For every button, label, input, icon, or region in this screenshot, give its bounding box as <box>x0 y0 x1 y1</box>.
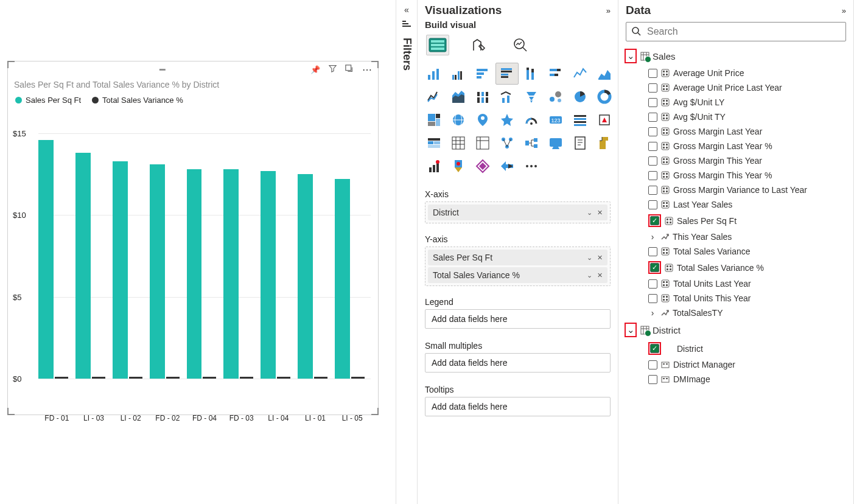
viz-type-5[interactable] <box>544 63 567 85</box>
viz-type-15[interactable] <box>593 86 616 108</box>
viz-type-27[interactable] <box>495 132 519 154</box>
viz-type-6[interactable] <box>569 63 592 85</box>
viz-type-10[interactable] <box>471 86 494 108</box>
viz-type-36[interactable] <box>520 155 543 177</box>
field-checkbox[interactable] <box>648 113 657 122</box>
analytics-tab[interactable] <box>509 35 532 55</box>
viz-type-17[interactable] <box>447 109 470 131</box>
viz-type-7[interactable] <box>593 63 616 85</box>
field-checkbox[interactable]: ✓ <box>650 344 659 353</box>
bar-secondary[interactable] <box>92 377 105 379</box>
field-checkbox[interactable] <box>648 69 657 78</box>
viz-type-3[interactable] <box>495 63 519 85</box>
viz-type-19[interactable] <box>495 109 519 131</box>
expand-filters-icon[interactable]: « <box>404 5 409 15</box>
field-row[interactable]: Total Units Last Year <box>621 276 851 291</box>
viz-type-0[interactable] <box>422 63 446 85</box>
collapse-data-icon[interactable]: » <box>842 6 846 15</box>
field-checkbox[interactable] <box>648 279 657 289</box>
bar-secondary[interactable] <box>240 377 253 379</box>
small-multiples-well[interactable]: Add data fields here <box>425 353 611 373</box>
viz-type-26[interactable] <box>471 132 494 154</box>
bar-primary[interactable] <box>38 140 54 379</box>
viz-type-28[interactable] <box>520 132 543 154</box>
collapse-viz-icon[interactable]: » <box>606 6 611 15</box>
viz-type-23[interactable] <box>593 109 616 131</box>
report-canvas[interactable]: ━ 📌 ⋯ Sales Per Sq Ft and Total Sales Va… <box>0 0 396 504</box>
viz-type-33[interactable] <box>447 155 470 177</box>
yaxis-well[interactable]: Sales Per Sq Ft ⌄✕ Total Sales Variance … <box>425 247 611 286</box>
field-row[interactable]: DMImage <box>621 372 851 387</box>
field-checkbox[interactable] <box>648 83 657 93</box>
bar-secondary[interactable] <box>314 377 327 379</box>
format-visual-tab[interactable] <box>467 35 491 55</box>
field-row[interactable]: Gross Margin This Year % <box>621 168 851 183</box>
bar-primary[interactable] <box>335 179 350 379</box>
viz-type-20[interactable] <box>520 109 543 131</box>
viz-type-34[interactable] <box>471 155 494 177</box>
viz-type-21[interactable]: 123 <box>544 109 567 131</box>
xaxis-well[interactable]: District ⌄✕ <box>425 201 611 223</box>
search-input[interactable] <box>646 26 841 38</box>
viz-type-4[interactable] <box>520 63 543 85</box>
field-row[interactable]: Gross Margin This Year <box>621 153 851 168</box>
field-row[interactable]: District Manager <box>621 357 851 372</box>
field-row[interactable]: Gross Margin Last Year % <box>621 139 851 153</box>
field-checkbox[interactable] <box>648 142 657 151</box>
viz-type-24[interactable] <box>422 132 446 154</box>
filter-icon[interactable] <box>329 65 337 74</box>
field-row[interactable]: ›This Year Sales <box>621 229 851 244</box>
field-checkbox[interactable] <box>648 247 657 256</box>
chart-visual-tile[interactable]: ━ 📌 ⋯ Sales Per Sq Ft and Total Sales Va… <box>7 61 379 415</box>
bar-primary[interactable] <box>113 161 128 379</box>
build-visual-tab[interactable] <box>426 35 449 55</box>
bar-primary[interactable] <box>298 174 313 379</box>
field-row[interactable]: ✓Sales Per Sq Ft <box>621 212 851 229</box>
table-sales[interactable]: ⌄Sales <box>621 46 851 66</box>
field-chip-total-sales-variance-pct[interactable]: Total Sales Variance % ⌄✕ <box>428 267 607 283</box>
chevron-down-icon[interactable]: ⌄ <box>587 271 592 279</box>
field-row[interactable]: Average Unit Price <box>621 66 851 80</box>
viz-type-32[interactable] <box>422 155 446 177</box>
viz-type-35[interactable] <box>495 155 519 177</box>
field-row[interactable]: ✓District <box>621 340 851 357</box>
viz-type-14[interactable] <box>569 86 592 108</box>
field-row[interactable]: Average Unit Price Last Year <box>621 80 851 95</box>
viz-type-9[interactable] <box>447 86 470 108</box>
filters-collapsed-rail[interactable]: « Filters <box>396 0 418 504</box>
field-chip-sales-per-sqft[interactable]: Sales Per Sq Ft ⌄✕ <box>428 250 607 265</box>
field-checkbox[interactable] <box>648 156 657 166</box>
field-row[interactable]: Total Units This Year <box>621 291 851 306</box>
viz-type-12[interactable] <box>520 86 543 108</box>
search-box[interactable] <box>626 22 846 41</box>
field-checkbox[interactable] <box>648 186 657 195</box>
bar-primary[interactable] <box>261 171 276 379</box>
drag-grip-icon[interactable]: ━ <box>159 64 164 75</box>
field-checkbox[interactable] <box>648 375 657 384</box>
viz-type-1[interactable] <box>447 63 470 85</box>
bar-secondary[interactable] <box>129 377 142 379</box>
remove-field-icon[interactable]: ✕ <box>597 254 603 262</box>
field-checkbox[interactable] <box>648 98 657 107</box>
table-district[interactable]: ⌄District <box>621 320 851 340</box>
bar-primary[interactable] <box>150 164 165 379</box>
field-checkbox[interactable] <box>648 360 657 369</box>
bar-secondary[interactable] <box>166 377 180 379</box>
bar-secondary[interactable] <box>351 377 365 379</box>
pin-icon[interactable]: 📌 <box>310 65 320 74</box>
field-checkbox[interactable] <box>648 171 657 180</box>
field-checkbox[interactable] <box>648 127 657 136</box>
viz-type-8[interactable] <box>422 86 446 108</box>
legend-well[interactable]: Add data fields here <box>425 309 611 329</box>
viz-type-2[interactable] <box>471 63 494 85</box>
viz-type-30[interactable] <box>569 132 592 154</box>
bar-primary[interactable] <box>75 153 91 379</box>
field-row[interactable]: Gross Margin Variance to Last Year <box>621 183 851 197</box>
field-row[interactable]: Avg $/Unit TY <box>621 110 851 124</box>
bar-primary[interactable] <box>223 169 239 379</box>
remove-field-icon[interactable]: ✕ <box>597 271 603 279</box>
bar-secondary[interactable] <box>55 377 68 379</box>
viz-type-29[interactable] <box>544 132 567 154</box>
viz-type-31[interactable] <box>593 132 616 154</box>
bar-secondary[interactable] <box>277 377 290 379</box>
